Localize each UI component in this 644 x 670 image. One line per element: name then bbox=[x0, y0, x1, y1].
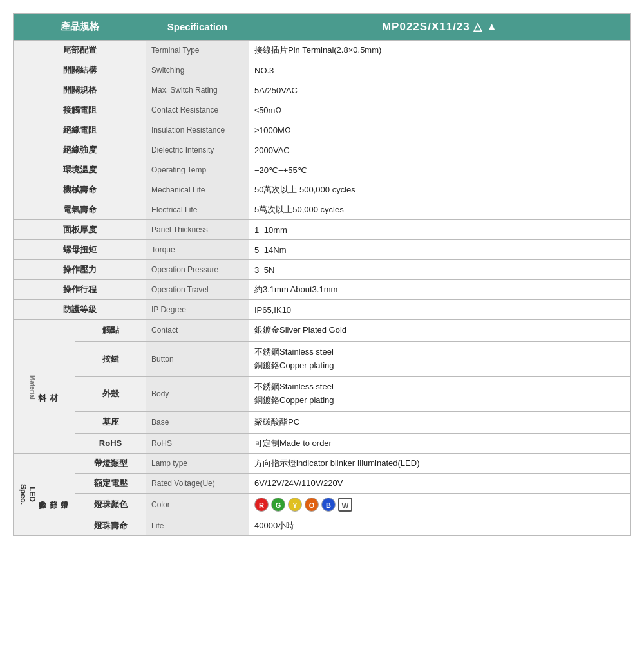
material-val-0: 銀鍍金Silver Plated Gold bbox=[249, 320, 631, 342]
row-chinese-0: 尾部配置 bbox=[14, 41, 146, 60]
table-row: 面板厚度Panel Thickness1−10mm bbox=[14, 220, 631, 240]
led-row-2: 燈珠顏色ColorRGYOBW bbox=[14, 493, 631, 516]
header-col2: Specification bbox=[146, 14, 249, 41]
led-row-0: 帶燈部分參數LEDSpec.帶燈類型Lamp type方向指示燈indicato… bbox=[14, 453, 631, 473]
rohs-val: 可定制Made to order bbox=[249, 433, 631, 453]
material-row-0: 材料 Material觸點Contact銀鍍金Silver Plated Gol… bbox=[14, 320, 631, 342]
material-sub-en-0: Contact bbox=[146, 320, 249, 342]
row-value-2: 5A/250VAC bbox=[249, 80, 631, 100]
material-val-2: 不銹鋼Stainless steel銅鍍鉻Copper plating bbox=[249, 377, 631, 412]
table-row: 防護等級IP DegreeIP65,IK10 bbox=[14, 300, 631, 320]
color-circle-b: B bbox=[321, 498, 336, 512]
row-english-8: Electrical Life bbox=[146, 200, 249, 220]
row-value-8: 5萬次以上50,000 cycles bbox=[249, 200, 631, 220]
rohs-zh: RoHS bbox=[75, 433, 146, 453]
material-sub-zh-3: 基座 bbox=[75, 411, 146, 433]
material-sub-en-1: Button bbox=[146, 341, 249, 377]
material-row-2: 外殼Body不銹鋼Stainless steel銅鍍鉻Copper platin… bbox=[14, 377, 631, 412]
led-sub-en-2: Color bbox=[146, 493, 249, 516]
row-chinese-12: 操作行程 bbox=[14, 280, 146, 300]
row-chinese-4: 絕緣電阻 bbox=[14, 120, 146, 140]
table-row: 接觸電阻Contact Resistance≤50mΩ bbox=[14, 100, 631, 120]
material-val-3: 聚碳酸酯PC bbox=[249, 411, 631, 433]
header-row: 產品規格 Specification MP022S/X11/23 △ ▲ bbox=[14, 14, 631, 41]
row-value-3: ≤50mΩ bbox=[249, 100, 631, 120]
led-row-3: 燈珠壽命Life40000小時 bbox=[14, 516, 631, 535]
row-value-11: 3−5N bbox=[249, 260, 631, 280]
color-circle-r: R bbox=[254, 498, 269, 512]
row-value-9: 1−10mm bbox=[249, 220, 631, 240]
led-sub-zh-1: 額定電壓 bbox=[75, 473, 146, 493]
table-row: 開關結構SwitchingNO.3 bbox=[14, 60, 631, 80]
material-sub-zh-2: 外殼 bbox=[75, 377, 146, 412]
material-sub-en-3: Base bbox=[146, 411, 249, 433]
row-english-6: Operating Temp bbox=[146, 160, 249, 180]
table-row: 操作行程Operation Travel約3.1mm About3.1mm bbox=[14, 280, 631, 300]
row-chinese-6: 環境溫度 bbox=[14, 160, 146, 180]
table-row: 電氣壽命Electrical Life5萬次以上50,000 cycles bbox=[14, 200, 631, 220]
row-english-10: Torque bbox=[146, 240, 249, 260]
material-sub-en-2: Body bbox=[146, 377, 249, 412]
color-circle-y: Y bbox=[288, 498, 302, 512]
row-value-1: NO.3 bbox=[249, 60, 631, 80]
row-english-11: Operation Pressure bbox=[146, 260, 249, 280]
material-row-3: 基座Base聚碳酸酯PC bbox=[14, 411, 631, 433]
table-row: 絕緣強度Dielectric Intensity2000VAC bbox=[14, 140, 631, 160]
led-row-1: 額定電壓Rated Voltage(Ue)6V/12V/24V/110V/220… bbox=[14, 473, 631, 493]
row-chinese-8: 電氣壽命 bbox=[14, 200, 146, 220]
table-row: 操作壓力Operation Pressure3−5N bbox=[14, 260, 631, 280]
led-sub-en-0: Lamp type bbox=[146, 453, 249, 473]
led-sub-zh-3: 燈珠壽命 bbox=[75, 516, 146, 535]
material-row-1: 按鍵Button不銹鋼Stainless steel銅鍍鉻Copper plat… bbox=[14, 341, 631, 377]
led-val-1: 6V/12V/24V/110V/220V bbox=[249, 473, 631, 493]
material-val-1: 不銹鋼Stainless steel銅鍍鉻Copper plating bbox=[249, 341, 631, 377]
table-row: 螺母扭矩Torque5−14Nm bbox=[14, 240, 631, 260]
row-english-13: IP Degree bbox=[146, 300, 249, 320]
row-value-12: 約3.1mm About3.1mm bbox=[249, 280, 631, 300]
spec-table: 產品規格 Specification MP022S/X11/23 △ ▲ 尾部配… bbox=[13, 13, 631, 536]
row-value-13: IP65,IK10 bbox=[249, 300, 631, 320]
row-chinese-7: 機械壽命 bbox=[14, 180, 146, 200]
led-val-2: RGYOBW bbox=[249, 493, 631, 516]
material-en: Material bbox=[29, 326, 36, 449]
row-chinese-13: 防護等級 bbox=[14, 300, 146, 320]
header-col3: MP022S/X11/23 △ ▲ bbox=[249, 14, 631, 41]
led-sub-en-3: Life bbox=[146, 516, 249, 535]
row-english-4: Insulation Resistance bbox=[146, 120, 249, 140]
color-circle-g: G bbox=[271, 498, 285, 512]
row-english-2: Max. Switch Rating bbox=[146, 80, 249, 100]
row-chinese-3: 接觸電阻 bbox=[14, 100, 146, 120]
table-row: 絕緣電阻Insulation Resistance≥1000MΩ bbox=[14, 120, 631, 140]
row-value-4: ≥1000MΩ bbox=[249, 120, 631, 140]
material-sub-zh-0: 觸點 bbox=[75, 320, 146, 342]
led-sub-zh-2: 燈珠顏色 bbox=[75, 493, 146, 516]
row-value-7: 50萬次以上 500,000 cycles bbox=[249, 180, 631, 200]
row-english-0: Terminal Type bbox=[146, 41, 249, 60]
row-english-9: Panel Thickness bbox=[146, 220, 249, 240]
row-value-6: −20℃−+55℃ bbox=[249, 160, 631, 180]
led-val-0: 方向指示燈indicator blinker Illuminated(LED) bbox=[249, 453, 631, 473]
rohs-en: RoHS bbox=[146, 433, 249, 453]
row-english-1: Switching bbox=[146, 60, 249, 80]
header-col1: 產品規格 bbox=[14, 14, 146, 41]
color-circle-w: W bbox=[338, 498, 352, 512]
table-row: 機械壽命Mechanical Life50萬次以上 500,000 cycles bbox=[14, 180, 631, 200]
led-sub-zh-0: 帶燈類型 bbox=[75, 453, 146, 473]
row-english-5: Dielectric Intensity bbox=[146, 140, 249, 160]
row-english-3: Contact Resistance bbox=[146, 100, 249, 120]
led-val-3: 40000小時 bbox=[249, 516, 631, 535]
row-chinese-1: 開關結構 bbox=[14, 60, 146, 80]
row-value-10: 5−14Nm bbox=[249, 240, 631, 260]
color-circle-o: O bbox=[305, 498, 319, 512]
row-chinese-11: 操作壓力 bbox=[14, 260, 146, 280]
table-row: 開關規格Max. Switch Rating5A/250VAC bbox=[14, 80, 631, 100]
row-english-7: Mechanical Life bbox=[146, 180, 249, 200]
row-chinese-10: 螺母扭矩 bbox=[14, 240, 146, 260]
led-section-label: 帶燈部分參數LEDSpec. bbox=[14, 453, 75, 535]
material-sub-zh-1: 按鍵 bbox=[75, 341, 146, 377]
led-sub-en-1: Rated Voltage(Ue) bbox=[146, 473, 249, 493]
row-english-12: Operation Travel bbox=[146, 280, 249, 300]
material-section-label: 材料 Material bbox=[14, 320, 75, 454]
row-chinese-5: 絕緣強度 bbox=[14, 140, 146, 160]
table-row: 尾部配置Terminal Type接線插片Pin Terminal(2.8×0.… bbox=[14, 41, 631, 60]
